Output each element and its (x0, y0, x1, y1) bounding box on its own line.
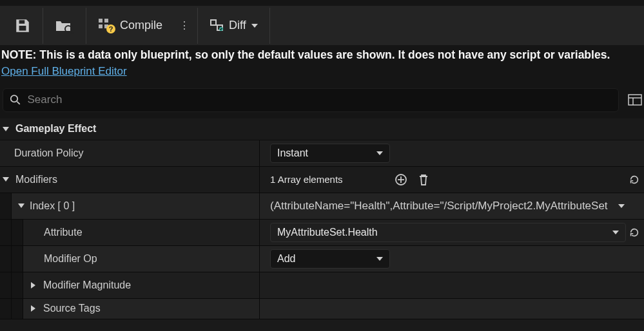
attribute-dropdown[interactable]: MyAttributeSet.Health (270, 223, 626, 242)
array-elements-text: 1 Array elements (270, 174, 343, 185)
add-element-button[interactable] (395, 173, 407, 186)
view-options-button[interactable] (628, 94, 642, 106)
data-only-note: NOTE: This is a data only blueprint, so … (0, 45, 644, 80)
modifier-op-label: Modifier Op (44, 253, 97, 265)
reset-button[interactable] (629, 174, 640, 185)
modifier-magnitude-label: Modifier Magnitude (43, 279, 131, 291)
modifiers-label: Modifiers (15, 174, 57, 185)
source-tags-label: Source Tags (43, 303, 101, 314)
search-icon (10, 94, 21, 106)
expand-icon[interactable] (31, 282, 35, 288)
row-duration-policy: Duration Policy Instant (0, 140, 644, 167)
svg-rect-1 (19, 26, 26, 31)
browse-button[interactable] (44, 6, 84, 45)
svg-text:?: ? (109, 25, 113, 33)
duration-policy-value: Instant (277, 147, 308, 159)
svg-point-13 (11, 95, 17, 102)
row-attribute: Attribute MyAttributeSet.Health (0, 220, 644, 246)
row-modifier-op: Modifier Op Add (0, 246, 644, 272)
modifier-op-dropdown[interactable]: Add (270, 249, 390, 269)
row-modifiers: Modifiers 1 Array elements (0, 167, 644, 193)
index-struct-text: (AttributeName="Health",Attribute="/Scri… (270, 200, 608, 213)
compile-label: Compile (120, 19, 162, 32)
diff-button[interactable]: Diff (199, 6, 268, 45)
diff-label: Diff (229, 19, 246, 32)
chevron-down-icon (618, 204, 625, 208)
row-modifier-magnitude: Modifier Magnitude (0, 272, 644, 299)
save-button[interactable] (4, 6, 41, 45)
svg-line-14 (17, 102, 19, 104)
expand-icon[interactable] (18, 203, 24, 208)
compile-button[interactable]: ? Compile (88, 6, 173, 45)
expand-icon (3, 127, 9, 131)
struct-dropdown-button[interactable] (618, 204, 625, 208)
compile-options-button[interactable]: ⋮ (173, 19, 196, 32)
modifier-op-value: Add (277, 253, 295, 265)
svg-rect-6 (99, 24, 102, 28)
chevron-down-icon (612, 231, 619, 234)
clear-array-button[interactable] (418, 173, 429, 186)
duration-policy-dropdown[interactable]: Instant (270, 144, 390, 163)
attribute-label: Attribute (44, 227, 83, 238)
search-input[interactable] (27, 93, 612, 106)
svg-rect-5 (104, 19, 108, 23)
chevron-down-icon (251, 24, 258, 28)
chevron-down-icon (376, 257, 383, 261)
compile-icon: ? (98, 17, 116, 34)
open-full-editor-link[interactable]: Open Full Blueprint Editor (1, 64, 127, 79)
svg-rect-4 (99, 19, 102, 23)
row-index-0: Index [ 0 ] (AttributeName="Health",Attr… (0, 193, 644, 220)
folder-search-icon (55, 17, 74, 34)
attribute-value: MyAttributeSet.Health (277, 227, 378, 238)
chevron-down-icon (376, 151, 383, 155)
duration-policy-label: Duration Policy (14, 147, 84, 159)
row-source-tags: Source Tags (0, 299, 644, 319)
svg-line-3 (71, 32, 73, 34)
expand-icon[interactable] (31, 305, 35, 312)
index-label: Index [ 0 ] (30, 200, 75, 212)
expand-icon[interactable] (3, 177, 9, 182)
note-text: NOTE: This is a data only blueprint, so … (1, 48, 610, 61)
separator (197, 8, 198, 44)
separator (86, 8, 86, 44)
diff-icon (210, 19, 225, 33)
separator (269, 8, 270, 44)
section-gameplay-effect[interactable]: Gameplay Effect (0, 118, 644, 140)
save-icon (14, 17, 31, 34)
search-row (0, 80, 644, 118)
section-title: Gameplay Effect (15, 123, 96, 135)
separator (43, 8, 43, 44)
svg-rect-10 (211, 20, 216, 25)
toolbar: ? Compile ⋮ Diff (0, 0, 644, 45)
svg-rect-15 (629, 95, 641, 105)
svg-rect-0 (19, 20, 25, 23)
search-box[interactable] (3, 88, 619, 112)
reset-button[interactable] (629, 227, 640, 238)
